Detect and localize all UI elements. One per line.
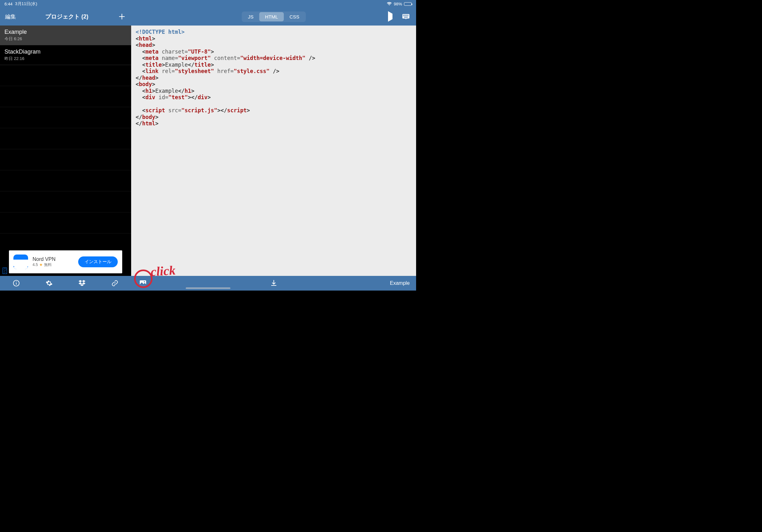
svg-rect-8 [404,16,405,16]
svg-rect-9 [405,16,406,16]
wifi-icon [387,2,392,6]
project-time: 今日 6:26 [4,36,127,42]
toolbar: 編集 プロジェクト (2) JS HTML CSS [0,8,416,26]
info-button[interactable] [12,279,21,287]
language-tabs: JS HTML CSS [242,12,306,22]
svg-rect-1 [403,15,404,15]
link-button[interactable] [111,279,119,287]
tab-html[interactable]: HTML [259,12,284,21]
project-sidebar: Example今日 6:26StackDiagram昨日 22:16 ⓘ▷ No… [0,26,131,276]
empty-list-area [0,65,131,276]
keyboard-button[interactable] [402,14,410,20]
project-name: StackDiagram [4,48,127,55]
svg-rect-11 [407,16,408,16]
star-icon: ★ [39,262,43,267]
home-indicator[interactable] [186,287,230,289]
ad-install-button[interactable]: インストール [78,256,118,267]
play-icon [388,11,393,22]
bottom-toolbar: Example [0,276,416,291]
ad-price: 無料 [44,262,52,268]
svg-rect-13 [404,17,408,18]
svg-rect-6 [408,15,409,15]
svg-rect-5 [407,15,408,15]
svg-rect-7 [403,16,404,16]
svg-rect-4 [406,15,407,15]
add-project-button[interactable] [118,13,126,21]
battery-percent: 98% [394,2,402,6]
image-button[interactable] [139,279,147,287]
ad-app-icon [13,254,28,269]
svg-rect-3 [405,15,406,15]
project-item[interactable]: Example今日 6:26 [0,26,131,45]
project-name: Example [4,29,127,35]
svg-point-17 [144,281,145,283]
project-time: 昨日 22:16 [4,56,127,62]
current-file-label[interactable]: Example [390,280,410,286]
run-button[interactable] [388,14,393,20]
sidebar-title: プロジェクト (2) [45,13,88,21]
edit-button[interactable]: 編集 [5,13,16,21]
code-editor[interactable]: <!DOCTYPE html> <html> <head> <meta char… [131,26,416,276]
svg-rect-10 [406,16,407,16]
tab-js[interactable]: JS [242,12,260,21]
ad-info-badge[interactable]: ⓘ▷ [3,268,7,274]
ad-title: Nord VPN [33,256,74,262]
battery-icon [404,2,412,6]
settings-button[interactable] [45,279,53,287]
dropbox-button[interactable] [78,279,86,287]
status-date: 3月11日(水) [15,1,37,7]
status-bar: 6:44 3月11日(水) 98% [0,0,416,8]
project-item[interactable]: StackDiagram昨日 22:16 [0,45,131,65]
svg-rect-2 [404,15,405,15]
ad-banner[interactable]: ⓘ▷ Nord VPN 4.5 ★ 無料 インストール [9,250,122,273]
ad-rating: 4.5 [33,262,38,267]
svg-rect-12 [408,16,409,16]
download-button[interactable] [270,280,277,287]
status-time: 6:44 [4,2,12,6]
svg-point-15 [16,282,17,282]
tab-css[interactable]: CSS [284,12,305,21]
